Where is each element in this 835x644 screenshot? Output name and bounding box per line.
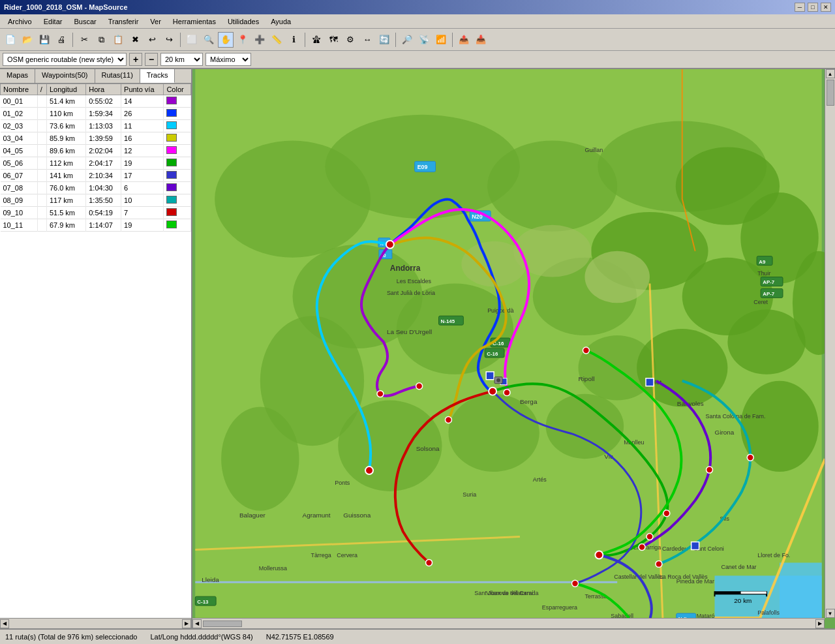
table-row[interactable]: 02_03 73.6 km 1:13:03 11 bbox=[1, 120, 191, 132]
menubar: Archivo Editar Buscar Transferir Ver Her… bbox=[0, 14, 835, 29]
map-scroll-h-thumb[interactable] bbox=[203, 621, 242, 627]
col-color[interactable]: Color bbox=[164, 84, 191, 95]
minimize-button[interactable]: ─ bbox=[795, 3, 805, 12]
pan-tool[interactable]: ✋ bbox=[218, 32, 234, 48]
cell-color bbox=[164, 145, 191, 157]
transfer-btn2[interactable]: 📥 bbox=[473, 32, 489, 48]
cell-slash bbox=[37, 182, 46, 194]
undo-button[interactable]: ↩ bbox=[144, 32, 160, 48]
menu-archivo[interactable]: Archivo bbox=[3, 16, 37, 27]
tab-tracks[interactable]: Tracks bbox=[140, 69, 175, 83]
find-button[interactable]: 🔎 bbox=[399, 32, 415, 48]
map-area[interactable]: Andorra Les Escaldes Sant Julià de Lòria… bbox=[192, 69, 835, 628]
table-row[interactable]: 05_06 112 km 2:04:17 19 bbox=[1, 157, 191, 170]
copy-button[interactable]: ⧉ bbox=[93, 32, 109, 48]
svg-point-19 bbox=[448, 394, 539, 472]
map-select[interactable]: OSM generic routable (new style) bbox=[3, 53, 127, 66]
route-opt3[interactable]: ⚙ bbox=[342, 32, 358, 48]
zoom-in-tool[interactable]: 🔍 bbox=[201, 32, 217, 48]
cell-hora: 2:10:34 bbox=[86, 170, 121, 182]
info-tool[interactable]: ℹ bbox=[286, 32, 301, 48]
table-row[interactable]: 01_02 110 km 1:59:34 26 bbox=[1, 108, 191, 120]
table-row[interactable]: 06_07 141 km 2:10:34 17 bbox=[1, 170, 191, 182]
table-row[interactable]: 09_10 51.5 km 0:54:19 7 bbox=[1, 207, 191, 219]
zoom-out-btn[interactable]: − bbox=[145, 53, 158, 66]
table-row[interactable]: 10_11 67.9 km 1:14:07 19 bbox=[1, 219, 191, 232]
svg-point-115 bbox=[656, 560, 662, 567]
select-tool[interactable]: ⬜ bbox=[184, 32, 200, 48]
table-row[interactable]: 04_05 89.6 km 2:02:04 12 bbox=[1, 145, 191, 157]
route-tool[interactable]: ➕ bbox=[252, 32, 267, 48]
scroll-v-track[interactable] bbox=[825, 78, 836, 609]
svg-point-108 bbox=[365, 467, 373, 474]
cut-button[interactable]: ✂ bbox=[76, 32, 92, 48]
cell-longitud: 85.9 km bbox=[46, 132, 85, 145]
cell-hora: 0:54:19 bbox=[86, 207, 121, 219]
col-slash[interactable]: / bbox=[37, 84, 46, 95]
sep5 bbox=[452, 33, 453, 47]
svg-point-112 bbox=[416, 383, 423, 390]
tab-rutas[interactable]: Rutas(11) bbox=[95, 69, 140, 83]
table-row[interactable]: 00_01 51.4 km 0:55:02 14 bbox=[1, 95, 191, 108]
menu-editar[interactable]: Editar bbox=[38, 16, 68, 27]
cell-nombre: 01_02 bbox=[1, 108, 38, 120]
svg-text:Artés: Artés bbox=[533, 476, 547, 483]
map-scroll-h-track[interactable] bbox=[202, 619, 815, 628]
map-scroll-left-btn[interactable]: ◀ bbox=[192, 619, 202, 628]
route-opt5[interactable]: 🔄 bbox=[376, 32, 392, 48]
zoom-in-btn[interactable]: + bbox=[129, 53, 142, 66]
scroll-up-btn[interactable]: ▲ bbox=[826, 69, 835, 78]
table-row[interactable]: 08_09 117 km 1:35:50 10 bbox=[1, 194, 191, 207]
table-row[interactable]: 03_04 85.9 km 1:39:59 16 bbox=[1, 132, 191, 145]
cell-hora: 2:02:04 bbox=[86, 145, 121, 157]
tab-mapas[interactable]: Mapas bbox=[0, 69, 35, 83]
delete-button[interactable]: ✖ bbox=[127, 32, 143, 48]
cell-slash bbox=[37, 157, 46, 170]
close-button[interactable]: ✕ bbox=[821, 3, 831, 12]
print-button[interactable]: 🖨 bbox=[53, 32, 69, 48]
measure-tool[interactable]: 📏 bbox=[269, 32, 284, 48]
col-punto-via[interactable]: Punto vía bbox=[121, 84, 164, 95]
maximize-button[interactable]: □ bbox=[808, 3, 818, 12]
map-scroll-right-btn[interactable]: ▶ bbox=[815, 619, 825, 628]
route-opt4[interactable]: ↔ bbox=[359, 32, 375, 48]
transfer-btn1[interactable]: 📤 bbox=[456, 32, 472, 48]
redo-button[interactable]: ↪ bbox=[161, 32, 177, 48]
device-btn1[interactable]: 📡 bbox=[416, 32, 432, 48]
cell-nombre: 04_05 bbox=[1, 145, 38, 157]
menu-utilidades[interactable]: Utilidades bbox=[222, 16, 264, 27]
new-button[interactable]: 📄 bbox=[3, 32, 18, 48]
menu-ver[interactable]: Ver bbox=[145, 16, 166, 27]
paste-button[interactable]: 📋 bbox=[110, 32, 126, 48]
tab-waypoints[interactable]: Waypoints(50) bbox=[35, 69, 95, 83]
cell-color bbox=[164, 120, 191, 132]
route-opt1[interactable]: 🛣 bbox=[309, 32, 324, 48]
distance-select[interactable]: 20 km bbox=[160, 53, 203, 66]
svg-text:Suria: Suria bbox=[463, 491, 476, 498]
table-row[interactable]: 07_08 76.0 km 1:04:30 6 bbox=[1, 182, 191, 194]
col-nombre[interactable]: Nombre bbox=[1, 84, 38, 95]
scroll-v-thumb[interactable] bbox=[827, 80, 834, 106]
device-btn2[interactable]: 📶 bbox=[433, 32, 449, 48]
route-opt2[interactable]: 🗺 bbox=[326, 32, 341, 48]
col-hora[interactable]: Hora bbox=[86, 84, 121, 95]
svg-text:Berga: Berga bbox=[520, 398, 538, 405]
cell-slash bbox=[37, 207, 46, 219]
svg-text:Solsona: Solsona bbox=[416, 445, 440, 452]
scroll-left-btn[interactable]: ◀ bbox=[0, 619, 9, 628]
menu-buscar[interactable]: Buscar bbox=[68, 16, 101, 27]
cell-punto-via: 10 bbox=[121, 194, 164, 207]
svg-text:Thuir: Thuir bbox=[757, 270, 770, 277]
menu-herramientas[interactable]: Herramientas bbox=[168, 16, 221, 27]
col-longitud[interactable]: Longitud bbox=[46, 84, 85, 95]
open-button[interactable]: 📂 bbox=[20, 32, 35, 48]
menu-ayuda[interactable]: Ayuda bbox=[266, 16, 296, 27]
save-button[interactable]: 💾 bbox=[37, 32, 52, 48]
cell-longitud: 51.4 km bbox=[46, 95, 85, 108]
cell-hora: 0:55:02 bbox=[86, 95, 121, 108]
menu-transferir[interactable]: Transferir bbox=[103, 16, 144, 27]
waypoint-tool[interactable]: 📍 bbox=[235, 32, 250, 48]
scroll-right-btn[interactable]: ▶ bbox=[182, 619, 191, 628]
scroll-down-btn[interactable]: ▼ bbox=[826, 609, 835, 618]
mode-select[interactable]: Máximo bbox=[205, 53, 251, 66]
